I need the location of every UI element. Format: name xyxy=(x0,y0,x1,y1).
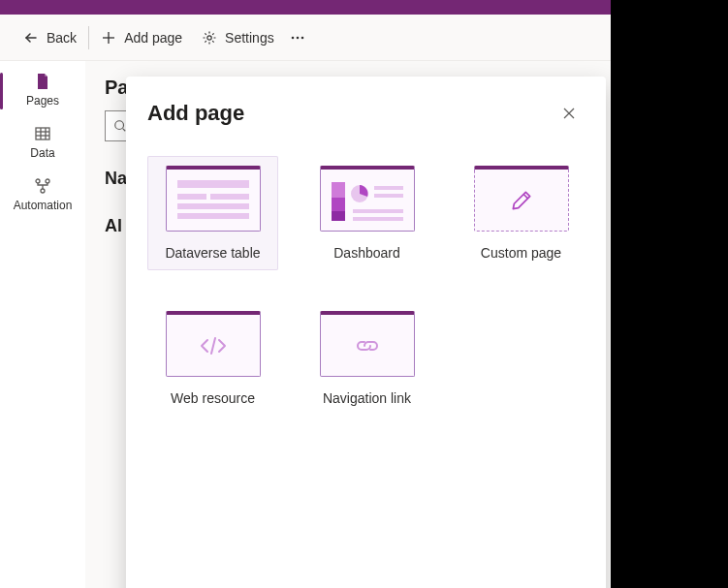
rail-pages-label: Pages xyxy=(26,94,59,108)
svg-rect-19 xyxy=(177,180,249,188)
svg-point-5 xyxy=(296,36,299,39)
table-icon xyxy=(34,125,51,142)
side-rail: Pages Data Automation xyxy=(0,61,85,588)
tile-custom-page[interactable]: Custom page xyxy=(456,156,586,270)
overflow-button[interactable] xyxy=(284,22,311,53)
pencil-icon xyxy=(509,188,534,213)
tile-custom-label: Custom page xyxy=(481,245,561,261)
tile-dataverse-label: Dataverse table xyxy=(165,245,260,261)
back-label: Back xyxy=(47,30,77,46)
gear-icon xyxy=(202,30,217,46)
dialog-title: Add page xyxy=(147,101,244,126)
flow-icon xyxy=(34,177,51,195)
dashboard-thumb xyxy=(320,166,415,232)
rail-item-data[interactable]: Data xyxy=(0,117,85,170)
svg-rect-22 xyxy=(177,203,249,209)
svg-line-16 xyxy=(123,129,126,132)
settings-button[interactable]: Settings xyxy=(192,22,284,53)
app-window: Back Add page Settings xyxy=(0,0,611,588)
plus-icon xyxy=(101,30,116,46)
custom-page-thumb xyxy=(474,166,569,232)
svg-rect-25 xyxy=(374,186,403,190)
svg-point-6 xyxy=(301,36,303,39)
tile-dashboard-label: Dashboard xyxy=(333,245,400,261)
tile-webres-label: Web resource xyxy=(171,390,255,406)
code-icon xyxy=(198,334,229,357)
tile-navlink-label: Navigation link xyxy=(323,390,411,406)
command-bar: Back Add page Settings xyxy=(0,15,611,61)
svg-point-3 xyxy=(207,35,211,39)
svg-rect-23 xyxy=(177,213,249,219)
svg-point-15 xyxy=(115,121,124,130)
svg-rect-26 xyxy=(374,194,403,198)
svg-rect-28 xyxy=(353,217,403,221)
svg-line-29 xyxy=(211,338,215,354)
add-page-button[interactable]: Add page xyxy=(91,22,192,53)
dialog-header: Add page xyxy=(147,98,585,129)
web-resource-thumb xyxy=(166,311,261,377)
svg-point-12 xyxy=(36,179,40,183)
rail-item-automation[interactable]: Automation xyxy=(0,170,85,222)
navigation-link-thumb xyxy=(320,311,415,377)
close-icon xyxy=(562,107,576,120)
svg-point-13 xyxy=(46,179,49,183)
tile-grid: Dataverse table xyxy=(147,156,585,416)
svg-rect-21 xyxy=(210,194,249,200)
svg-point-14 xyxy=(41,189,45,193)
search-icon xyxy=(113,119,127,133)
link-icon xyxy=(354,336,381,356)
tile-dataverse-table[interactable]: Dataverse table xyxy=(147,156,278,270)
dashboard-icon xyxy=(326,174,409,227)
rail-data-label: Data xyxy=(30,146,54,160)
tile-dashboard[interactable]: Dashboard xyxy=(301,156,432,270)
add-page-label: Add page xyxy=(124,30,182,46)
more-horizontal-icon xyxy=(290,30,305,46)
svg-rect-20 xyxy=(177,194,206,200)
add-page-dialog: Add page xyxy=(126,77,606,588)
dataverse-table-icon xyxy=(172,174,255,227)
tile-web-resource[interactable]: Web resource xyxy=(147,301,278,416)
title-bar xyxy=(0,0,611,15)
page-icon xyxy=(34,73,51,90)
arrow-left-icon xyxy=(23,30,39,46)
dataverse-table-thumb xyxy=(166,166,261,232)
rail-automation-label: Automation xyxy=(14,199,73,212)
rail-item-pages[interactable]: Pages xyxy=(0,65,85,117)
svg-point-4 xyxy=(291,36,294,39)
svg-rect-7 xyxy=(36,128,49,139)
main-area: Pages Data Automation Pa xyxy=(0,61,611,588)
svg-rect-27 xyxy=(353,209,403,213)
back-button[interactable]: Back xyxy=(14,22,86,53)
close-button[interactable] xyxy=(554,98,585,129)
tile-navigation-link[interactable]: Navigation link xyxy=(301,301,432,416)
settings-label: Settings xyxy=(225,30,274,46)
divider xyxy=(88,26,89,49)
